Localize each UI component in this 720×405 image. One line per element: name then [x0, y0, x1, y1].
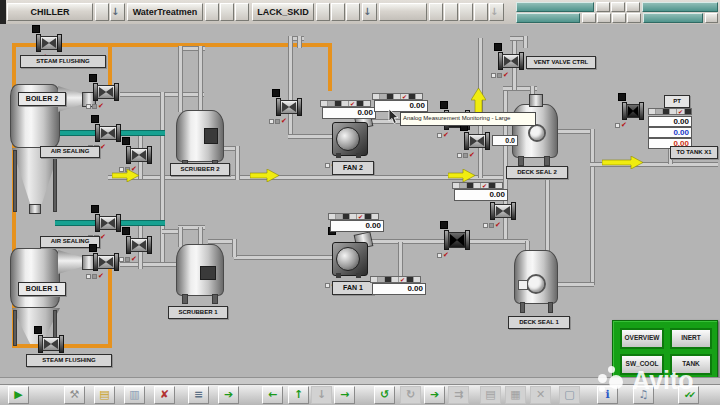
boiler2-outlet-valve[interactable]: ✔	[93, 83, 119, 101]
status-indicator-row: ✔	[119, 256, 137, 263]
steam-flushing2-valve[interactable]: ✔	[36, 34, 62, 52]
nav-cell[interactable]	[346, 3, 360, 21]
nav-cell[interactable]	[205, 3, 219, 21]
tags-icon[interactable]: ≡	[188, 386, 209, 404]
deck-seal2-leg	[518, 156, 524, 166]
fan1-discharge-valve[interactable]: ✔	[444, 230, 470, 250]
nav-segment-active[interactable]	[642, 2, 718, 12]
deck-seal1-sight-glass	[518, 280, 528, 290]
audio-ack-icon[interactable]: ♫	[633, 386, 654, 404]
nav-button-lack-skid[interactable]: LACK_SKID	[252, 3, 314, 21]
ack-all-icon[interactable]: ✔✔	[678, 386, 699, 404]
deck-seal2-port	[528, 124, 546, 142]
deck-seal2-valve-value[interactable]: 0.0	[492, 135, 518, 146]
boiler1-vessel	[10, 248, 60, 308]
nav-cell[interactable]	[459, 3, 473, 21]
nav-cell[interactable]	[626, 2, 640, 12]
import-icon[interactable]: ➔	[424, 386, 445, 404]
delete-icon[interactable]: ✘	[154, 386, 175, 404]
branch-valve-upper[interactable]: ✔	[126, 146, 152, 164]
status-indicator-strip: ✔	[648, 108, 692, 115]
status-indicator-row: ✔	[483, 222, 501, 229]
vent-stack-valve[interactable]: ✔	[276, 98, 302, 116]
pipe-segment	[234, 255, 340, 260]
nav-cell[interactable]	[597, 13, 611, 23]
vent-valve[interactable]: ✔	[498, 52, 524, 70]
boiler2-label: BOILER 2	[18, 92, 66, 106]
pipe-segment	[297, 36, 302, 48]
steam-flushing1-label: STEAM FLUSHING	[26, 354, 112, 367]
fan1-device[interactable]: ✔	[332, 236, 372, 280]
nav-cell[interactable]	[444, 3, 458, 21]
dropdown-arrow-icon[interactable]: ↓	[110, 3, 125, 21]
status-square-icon	[440, 221, 448, 229]
fan2-upper-value[interactable]: 0.00	[374, 100, 428, 112]
nav-cell[interactable]	[235, 3, 249, 21]
overview-button[interactable]: OVERVIEW	[620, 328, 664, 349]
status-indicator-strip: ✔	[328, 213, 379, 220]
nav-cell[interactable]	[316, 3, 330, 21]
tank-line-valve[interactable]: ✔	[622, 102, 644, 120]
sw-cool-button[interactable]: SW_COOL	[620, 354, 664, 375]
export-icon[interactable]: ➔	[218, 386, 239, 404]
nav-cell[interactable]	[220, 3, 234, 21]
status-indicator-strip: ✔	[372, 93, 423, 100]
junction-value[interactable]: 0.00	[454, 189, 508, 201]
status-indicator-row: ✔	[269, 118, 287, 125]
fan2-inlet-value[interactable]: 0.00	[322, 107, 376, 119]
scrubber1-detail	[200, 266, 216, 280]
status-square-icon	[34, 326, 42, 334]
air-sealing2-valve[interactable]: ✔	[95, 124, 121, 142]
nav-cell[interactable]	[611, 2, 625, 12]
nav-button-chiller[interactable]: CHILLER	[7, 3, 93, 21]
boiler1-outlet-cone	[58, 250, 84, 274]
nav-cell[interactable]	[627, 13, 641, 23]
tools-icon[interactable]: ⚒	[64, 386, 85, 404]
nav-down-icon: ↓	[311, 386, 332, 404]
deck-seal2-control-valve[interactable]: ✔	[464, 132, 490, 150]
dropdown-arrow-icon[interactable]: ↓	[362, 3, 377, 21]
nav-cell[interactable]	[95, 3, 109, 21]
nav-cell[interactable]	[612, 13, 626, 23]
library-icon[interactable]: ▤	[94, 386, 115, 404]
fan2-device[interactable]: ✔	[332, 116, 372, 160]
nav-cell[interactable]	[331, 3, 345, 21]
pipe-segment	[556, 282, 594, 287]
nav-cell[interactable]	[429, 3, 443, 21]
redo-icon: ↻	[400, 386, 421, 404]
pipe-segment	[178, 46, 183, 112]
deck-seal1-control-valve[interactable]: ✔	[490, 202, 516, 220]
pt-value-1[interactable]: 0.00	[648, 116, 692, 127]
scrubber1-leg	[212, 294, 218, 304]
runtime-play-icon[interactable]: ▶	[8, 386, 29, 404]
fan1-upper-value[interactable]: 0.00	[330, 220, 384, 232]
boiler1-outlet-valve[interactable]: ✔	[93, 253, 119, 271]
fan1-outlet-value[interactable]: 0.00	[372, 283, 426, 295]
status-square-icon	[618, 93, 626, 101]
status-indicator-row: ✔	[457, 152, 475, 159]
steam-flushing1-valve[interactable]: ✔	[38, 335, 64, 353]
nav-up-icon[interactable]: ↑	[288, 386, 309, 404]
nav-cell[interactable]	[705, 13, 718, 23]
nav-segment-active[interactable]	[516, 2, 594, 12]
fan-body	[332, 122, 368, 156]
inert-button[interactable]: INERT	[670, 328, 712, 349]
nav-button-watertreatment[interactable]: WaterTreatmen	[127, 3, 203, 21]
undo-icon[interactable]: ↺	[374, 386, 395, 404]
document-icon[interactable]: ▥	[124, 386, 145, 404]
nav-segment-active[interactable]	[516, 13, 580, 23]
nav-segment-active[interactable]	[643, 13, 703, 23]
print-icon: ▤	[480, 386, 501, 404]
air-sealing1-valve[interactable]: ✔	[95, 214, 121, 232]
pt-value-2[interactable]: 0.00	[648, 127, 692, 138]
deck-seal1-port	[526, 274, 546, 294]
nav-cell[interactable]	[474, 3, 488, 21]
info-icon[interactable]: ℹ	[597, 386, 618, 404]
nav-cell[interactable]	[582, 13, 596, 23]
nav-back-icon[interactable]: ←	[262, 386, 283, 404]
nav-forward-icon[interactable]: →	[334, 386, 355, 404]
nav-button-blank[interactable]	[379, 3, 427, 21]
branch-valve-lower[interactable]: ✔	[126, 236, 152, 254]
tank-button[interactable]: TANK	[670, 354, 712, 375]
nav-cell[interactable]	[596, 2, 610, 12]
